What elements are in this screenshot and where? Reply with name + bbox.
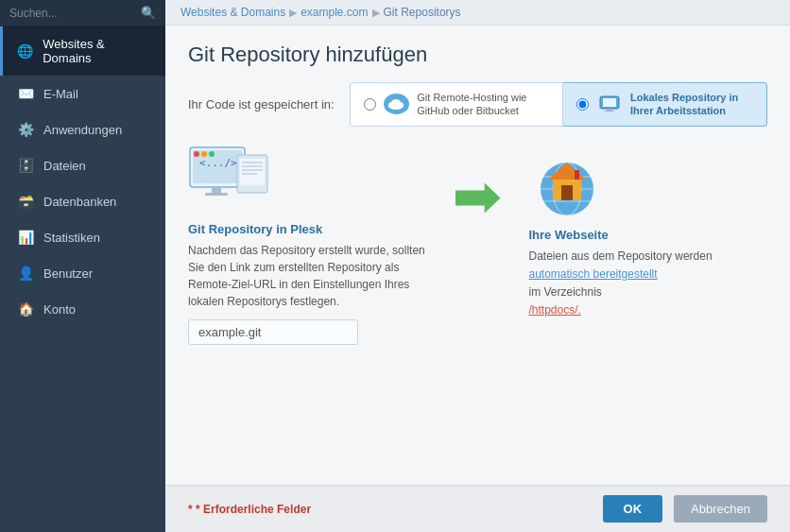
websites-icon: 🌐 (16, 43, 34, 59)
breadcrumb-websites[interactable]: Websites & Domains (180, 6, 285, 19)
storage-row: Ihr Code ist gespeichert in: Git Remote-… (188, 82, 767, 127)
storage-label: Ihr Code ist gespeichert in: (188, 97, 335, 112)
search-input[interactable] (9, 7, 137, 20)
website-desc-link[interactable]: automatisch bereitgestellt (529, 267, 658, 281)
sidebar-item-stats-label: Statistiken (43, 231, 100, 245)
databases-icon: 🗃️ (16, 194, 35, 209)
sidebar-item-email-label: E-Mail (43, 87, 78, 101)
monitor-icon (596, 94, 623, 114)
main-content: Websites & Domains ▶ example.com ▶ Git R… (165, 0, 790, 532)
website-desc-1: Dateien aus dem Repository werden (529, 249, 713, 263)
footer: * * Erforderliche Felder OK Abbrechen (165, 485, 790, 532)
website-desc: Dateien aus dem Repository werden automa… (529, 248, 768, 320)
sidebar-item-apps[interactable]: ⚙️ Anwendungen (0, 112, 165, 147)
website-path[interactable]: /httpdocs/. (529, 303, 581, 317)
website-col: Ihre Webseite Dateien aus dem Repository… (529, 153, 768, 320)
sidebar-item-files[interactable]: 🗄️ Dateien (0, 147, 165, 183)
svg-text:<.../>: <.../> (199, 157, 237, 169)
sidebar-item-stats[interactable]: 📊 Statistiken (0, 219, 165, 255)
sidebar-item-websites[interactable]: 🌐 Websites & Domains (0, 26, 165, 76)
arrow-col (455, 146, 501, 214)
cancel-button[interactable]: Abbrechen (674, 495, 767, 523)
svg-rect-30 (575, 170, 579, 180)
website-desc-2: im Verzeichnis (529, 285, 602, 299)
svg-point-13 (209, 151, 215, 157)
apps-icon: ⚙️ (16, 122, 35, 137)
email-icon: ✉️ (16, 86, 35, 101)
users-icon: 👤 (16, 266, 35, 281)
option-local-radio[interactable] (576, 98, 589, 111)
sidebar-item-users-label: Benutzer (43, 266, 93, 281)
sidebar-item-files-label: Dateien (43, 159, 86, 173)
sidebar-item-users[interactable]: 👤 Benutzer (0, 255, 165, 291)
git-plesk-col: <.../> (188, 146, 427, 360)
svg-rect-5 (603, 98, 616, 107)
page-title: Git Repository hinzufügen (188, 43, 767, 67)
required-note: * * Erforderliche Felder (188, 503, 592, 516)
git-section-title: Git Repository in Plesk (188, 222, 427, 236)
ok-button[interactable]: OK (603, 495, 663, 523)
breadcrumb: Websites & Domains ▶ example.com ▶ Git R… (165, 0, 790, 26)
search-bar[interactable]: 🔍 (0, 0, 165, 26)
storage-options: Git Remote-Hosting wie GitHub oder Bitbu… (350, 82, 767, 127)
sidebar-item-databases-label: Datenbanken (43, 195, 116, 209)
sidebar-item-account[interactable]: 🏠 Konto (0, 291, 165, 327)
option-remote-label: Git Remote-Hosting wie GitHub oder Bitbu… (417, 91, 549, 118)
arrow-icon (455, 183, 501, 214)
breadcrumb-sep-2: ▶ (372, 7, 380, 19)
git-illustration: <.../> (188, 146, 427, 213)
website-section-title: Ihre Webseite (529, 228, 768, 242)
svg-point-3 (391, 99, 401, 107)
required-note-text: * Erforderliche Felder (196, 503, 311, 516)
cloud-icon (384, 94, 410, 114)
sidebar-item-account-label: Konto (43, 302, 76, 317)
svg-point-11 (194, 151, 199, 157)
svg-rect-6 (607, 109, 612, 111)
sidebar-item-apps-label: Anwendungen (43, 123, 122, 137)
repo-input[interactable] (188, 319, 358, 345)
sidebar-item-databases[interactable]: 🗃️ Datenbanken (0, 183, 165, 219)
svg-rect-29 (561, 185, 573, 200)
breadcrumb-domain[interactable]: example.com (301, 6, 368, 19)
two-column-layout: <.../> (188, 146, 767, 360)
option-local[interactable]: Lokales Repository in Ihrer Arbeitsstati… (563, 82, 767, 127)
svg-rect-15 (205, 193, 228, 196)
search-icon: 🔍 (141, 6, 156, 20)
asterisk: * (188, 503, 193, 516)
git-section-desc: Nachdem das Repository erstellt wurde, s… (188, 242, 427, 310)
account-icon: 🏠 (16, 301, 35, 317)
sidebar-item-websites-label: Websites & Domains (43, 37, 152, 65)
files-icon: 🗄️ (16, 158, 35, 173)
website-illustration (529, 153, 768, 220)
option-remote-radio[interactable] (364, 98, 376, 111)
breadcrumb-sep-1: ▶ (289, 7, 297, 19)
sidebar-item-email[interactable]: ✉️ E-Mail (0, 76, 165, 112)
svg-point-12 (201, 151, 207, 157)
breadcrumb-current: Git Repositorys (384, 6, 461, 19)
svg-rect-7 (605, 111, 614, 112)
option-remote[interactable]: Git Remote-Hosting wie GitHub oder Bitbu… (350, 82, 564, 127)
svg-rect-14 (212, 187, 221, 193)
stats-icon: 📊 (16, 230, 35, 245)
option-local-label: Lokales Repository in Ihrer Arbeitsstati… (630, 91, 753, 118)
content-area: Git Repository hinzufügen Ihr Code ist g… (165, 26, 790, 485)
sidebar: 🔍 🌐 Websites & Domains ✉️ E-Mail ⚙️ Anwe… (0, 0, 165, 532)
